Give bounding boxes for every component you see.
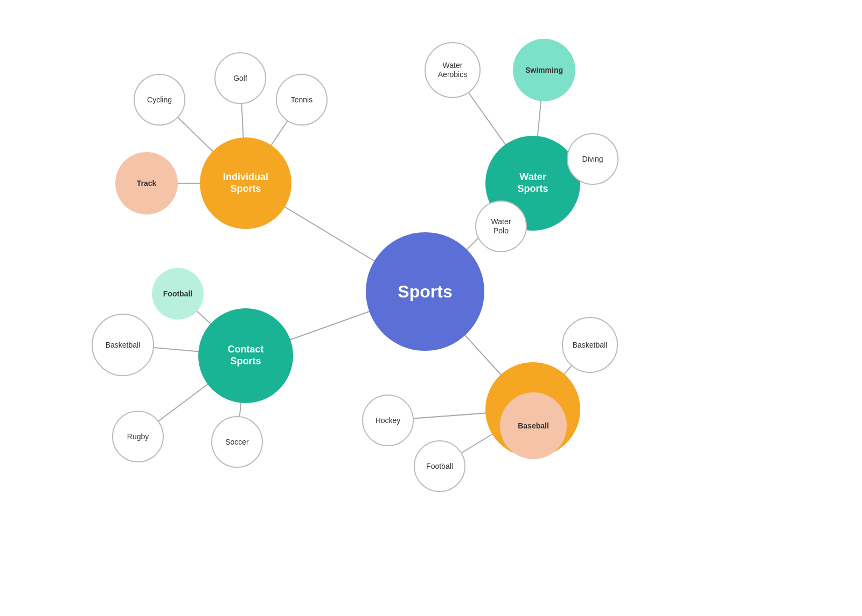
node-basketball-r[interactable]: Basketball	[562, 317, 618, 373]
node-water-aerobics[interactable]: Water Aerobics	[425, 42, 481, 98]
node-contact[interactable]: Contact Sports	[198, 308, 293, 403]
node-baseball[interactable]: Baseball	[500, 392, 567, 459]
node-sports[interactable]: Sports	[366, 232, 484, 351]
node-golf[interactable]: Golf	[214, 52, 266, 104]
node-swimming[interactable]: Swimming	[513, 39, 575, 101]
node-soccer[interactable]: Soccer	[211, 416, 263, 468]
node-water-polo[interactable]: Water Polo	[475, 200, 527, 252]
node-football-l[interactable]: Football	[152, 268, 204, 320]
node-cycling[interactable]: Cycling	[134, 74, 185, 126]
node-diving[interactable]: Diving	[567, 133, 618, 185]
node-tennis[interactable]: Tennis	[276, 74, 328, 126]
mind-map-canvas: SportsIndividual SportsGolfTennisCycling…	[0, 0, 862, 616]
node-track[interactable]: Track	[115, 152, 178, 214]
node-basketball-l[interactable]: Basketball	[92, 314, 154, 376]
node-individual[interactable]: Individual Sports	[200, 137, 291, 229]
node-football-r[interactable]: Football	[414, 440, 465, 492]
node-hockey[interactable]: Hockey	[362, 394, 414, 446]
node-rugby[interactable]: Rugby	[112, 411, 164, 462]
